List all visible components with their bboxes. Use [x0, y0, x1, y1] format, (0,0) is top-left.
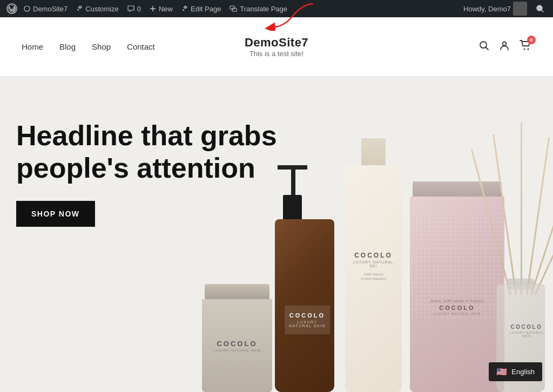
svg-point-1 [24, 6, 30, 11]
admin-bar-user[interactable]: Howdy, Demo7 [459, 2, 531, 16]
user-avatar [513, 2, 527, 16]
pink-jar-brand: COCOLO [421, 305, 494, 311]
wordpress-logo[interactable] [4, 1, 19, 16]
admin-bar-site[interactable]: DemoSite7 [19, 0, 72, 17]
admin-bar-translate[interactable]: Translate Page [225, 0, 292, 17]
tall-bottle-brand: COCOLO [350, 252, 396, 259]
admin-bar-new[interactable]: New [145, 0, 177, 17]
diffuser-tagline: LUXURY NATURAL SKIN [507, 331, 547, 337]
pump-bottle-body: COCOLO LUXURY NATURAL SKIN [275, 219, 334, 392]
admin-bar: DemoSite7 Customize 0 New Edit Page Tran… [0, 0, 553, 17]
product-tall-bottle: COCOLO LUXURY NATURAL SKI 100% Naturalpr… [345, 138, 402, 392]
pink-jar-tagline: LUXURY NATURAL SKIN [421, 312, 494, 315]
nav-contact[interactable]: Contact [127, 42, 155, 51]
reed-5 [530, 156, 553, 295]
svg-point-8 [528, 49, 529, 50]
hero-section: Headline that grabs people's attention S… [0, 77, 553, 392]
pink-jar-since: Since 1995 Made in France [421, 299, 494, 303]
svg-point-7 [524, 49, 525, 50]
svg-point-6 [503, 42, 507, 46]
nav-blog[interactable]: Blog [59, 42, 76, 51]
tall-bottle-label: COCOLO LUXURY NATURAL SKI 100% Naturalpr… [350, 252, 396, 281]
tall-bottle-tagline: LUXURY NATURAL SKI [350, 260, 396, 268]
admin-bar-edit-page[interactable]: Edit Page [177, 0, 225, 17]
jar-brand: COCOLO [210, 340, 264, 348]
shop-now-button[interactable]: SHOP NOW [16, 201, 95, 227]
jar-tagline: LUXURY NATURAL SKIN [210, 349, 264, 352]
site-tagline: This is a test site! [245, 50, 308, 58]
admin-bar-comments-count: 0 [137, 5, 141, 13]
site-title: DemoSite7 [245, 36, 308, 50]
product-pink-jar: Since 1995 Made in France COCOLO LUXURY … [410, 181, 504, 392]
flag-icon: 🇺🇸 [496, 367, 507, 377]
admin-bar-customize[interactable]: Customize [72, 0, 123, 17]
jar-label: COCOLO LUXURY NATURAL SKIN [210, 340, 264, 352]
admin-bar-customize-label: Customize [85, 5, 118, 13]
site-branding: DemoSite7 This is a test site! [245, 36, 308, 58]
cart-icon[interactable]: 0 [520, 40, 531, 53]
site-header: Home Blog Shop Contact DemoSite7 This is… [0, 17, 553, 77]
admin-bar-howdy: Howdy, Demo7 [463, 5, 511, 13]
nav-home[interactable]: Home [22, 42, 43, 51]
diffuser-label: COCOLO LUXURY NATURAL SKIN [507, 324, 547, 337]
pink-jar-label: Since 1995 Made in France COCOLO LUXURY … [421, 299, 494, 315]
account-icon[interactable] [499, 40, 510, 53]
admin-bar-translate-label: Translate Page [240, 5, 287, 13]
pink-jar-lid [413, 181, 502, 198]
admin-bar-new-label: New [159, 5, 173, 13]
reed-3 [521, 122, 522, 295]
cart-badge: 0 [527, 36, 536, 44]
product-diffuser: COCOLO LUXURY NATURAL SKIN [491, 122, 550, 392]
admin-bar-comments[interactable]: 0 [123, 0, 145, 17]
nav-shop[interactable]: Shop [92, 42, 111, 51]
pump-brand: COCOLO [288, 312, 327, 319]
pump-tagline: LUXURY NATURAL SKIN [288, 320, 327, 328]
hero-content: Headline that grabs people's attention S… [16, 120, 297, 227]
admin-bar-search[interactable] [531, 0, 549, 17]
header-icons: 0 [478, 40, 531, 53]
pump-bottle-label: COCOLO LUXURY NATURAL SKIN [285, 306, 330, 334]
jar-lid [205, 284, 269, 300]
language-label: English [511, 368, 535, 376]
admin-bar-site-name: DemoSite7 [33, 5, 68, 13]
diffuser-brand: COCOLO [507, 324, 547, 330]
tall-bottle-body: COCOLO LUXURY NATURAL SKI 100% Naturalpr… [345, 165, 402, 392]
language-badge[interactable]: 🇺🇸 English [489, 362, 542, 381]
hero-headline: Headline that grabs people's attention [16, 120, 297, 185]
main-nav: Home Blog Shop Contact [22, 42, 155, 51]
admin-bar-edit-page-label: Edit Page [191, 5, 221, 13]
tall-bottle-desc: 100% Naturalproduit organique [350, 272, 396, 281]
tall-bottle-neck [361, 138, 386, 168]
svg-point-5 [480, 42, 487, 48]
search-icon[interactable] [478, 40, 489, 53]
jar-body: COCOLO LUXURY NATURAL SKIN [202, 299, 272, 392]
product-jar-small: COCOLO LUXURY NATURAL SKIN [202, 284, 272, 392]
